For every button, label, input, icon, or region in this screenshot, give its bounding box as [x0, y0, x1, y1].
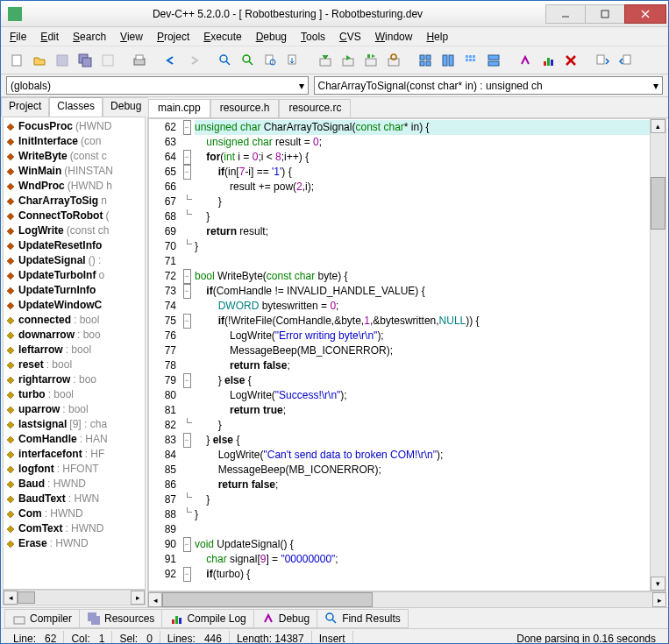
class-item[interactable]: leftarrow : bool [5, 343, 143, 357]
back-button[interactable] [615, 50, 636, 71]
code-content[interactable]: unsigned char CharArrayToSignal(const ch… [193, 119, 650, 591]
menu-debug[interactable]: Debug [251, 29, 292, 45]
scroll-down-button[interactable]: ▾ [651, 577, 665, 591]
editor-tab-resource-h[interactable]: resource.h [210, 99, 280, 117]
menu-edit[interactable]: Edit [35, 29, 64, 45]
editor-tab-resource-rc[interactable]: resource.rc [279, 99, 351, 117]
class-item[interactable]: UpdateResetInfo [5, 238, 143, 253]
new-file-button[interactable] [6, 50, 27, 71]
class-item[interactable]: CharArrayToSig n [5, 194, 143, 209]
class-item[interactable]: WndProc (HWND h [5, 179, 143, 194]
class-item[interactable]: FocusProc (HWND [5, 119, 143, 134]
class-item[interactable]: UpdateWindowC [5, 298, 143, 313]
menu-window[interactable]: Window [370, 29, 418, 45]
scroll-thumb[interactable] [18, 591, 35, 604]
close-button[interactable] [624, 4, 666, 24]
close-file-button[interactable] [97, 50, 118, 71]
replace-button[interactable] [238, 50, 259, 71]
bottom-tab-compile-log[interactable]: Compile Log [161, 609, 253, 628]
menu-view[interactable]: View [115, 29, 148, 45]
class-item[interactable]: logfont : HFONT [5, 462, 143, 477]
code-editor[interactable]: 6263646566676869707172737475767778798081… [148, 118, 666, 591]
class-item[interactable]: Baud : HWND [5, 477, 143, 492]
class-item[interactable]: ComText : HWND [5, 521, 143, 536]
toolbar-btn-2[interactable] [438, 50, 459, 71]
debug-button[interactable] [515, 50, 536, 71]
class-item[interactable]: reset : bool [5, 357, 143, 372]
save-all-button[interactable] [75, 50, 96, 71]
compile-button[interactable] [315, 50, 336, 71]
goto-fn-button[interactable] [592, 50, 613, 71]
scroll-right-button[interactable]: ▸ [131, 591, 145, 605]
toolbar-btn-3[interactable] [460, 50, 481, 71]
left-tab-classes[interactable]: Classes [49, 97, 103, 117]
menu-help[interactable]: Help [421, 29, 453, 45]
menu-tools[interactable]: Tools [295, 29, 331, 45]
undo-button[interactable] [160, 50, 181, 71]
class-item[interactable]: LogWrite (const ch [5, 223, 143, 238]
bottom-tab-find-results[interactable]: Find Results [317, 609, 409, 628]
goto-button[interactable] [283, 50, 304, 71]
scroll-thumb[interactable] [651, 177, 665, 230]
redo-button[interactable] [183, 50, 204, 71]
class-item[interactable]: uparrow : bool [5, 402, 143, 417]
left-tab-debug[interactable]: Debug [103, 97, 149, 117]
class-item[interactable]: WinMain (HINSTAN [5, 164, 143, 179]
menu-execute[interactable]: Execute [198, 29, 246, 45]
class-item[interactable]: turbo : bool [5, 387, 143, 402]
left-hscrollbar[interactable]: ◂ ▸ [3, 590, 146, 605]
compile-run-button[interactable] [360, 50, 381, 71]
class-item[interactable]: interfacefont : HF [5, 447, 143, 462]
scroll-left-button[interactable]: ◂ [148, 592, 162, 607]
bottom-tab-resources[interactable]: Resources [79, 609, 162, 628]
class-item[interactable]: downarrow : boo [5, 328, 143, 343]
scroll-thumb[interactable] [162, 592, 373, 607]
profile-button[interactable] [537, 50, 559, 71]
rebuild-button[interactable] [383, 50, 404, 71]
find-in-files-button[interactable] [260, 50, 281, 71]
class-item[interactable]: ConnectToRobot ( [5, 209, 143, 223]
save-button[interactable] [52, 50, 73, 71]
scroll-up-button[interactable]: ▴ [651, 119, 665, 133]
class-item[interactable]: rightarrow : boo [5, 372, 143, 387]
class-item[interactable]: BaudText : HWN [5, 492, 143, 506]
menu-project[interactable]: Project [152, 29, 195, 45]
editor-tab-main-cpp[interactable]: main.cpp [148, 99, 210, 117]
left-tab-project[interactable]: Project [1, 97, 49, 117]
bottom-tab-debug[interactable]: Debug [253, 609, 317, 628]
svg-rect-29 [426, 61, 431, 66]
class-item[interactable]: connected : bool [5, 313, 143, 328]
bottom-tab-compiler[interactable]: Compiler [4, 609, 80, 628]
scope-dropdown[interactable]: (globals)▾ [6, 76, 309, 95]
editor-hscrollbar[interactable]: ◂ ▸ [148, 591, 666, 607]
function-dropdown[interactable]: CharArrayToSignal(const char* in) : unsi… [314, 76, 663, 95]
scroll-right-button[interactable]: ▸ [652, 592, 666, 607]
menu-search[interactable]: Search [68, 29, 111, 45]
find-button[interactable] [215, 50, 236, 71]
class-item[interactable]: UpdateSignal () : [5, 253, 143, 268]
class-item[interactable]: lastsignal [9] : cha [5, 417, 143, 432]
menu-file[interactable]: File [4, 29, 32, 45]
class-item[interactable]: Com : HWND [5, 506, 143, 521]
print-button[interactable] [129, 50, 150, 71]
svg-rect-35 [466, 59, 468, 61]
open-button[interactable] [29, 50, 50, 71]
minimize-button[interactable] [545, 4, 586, 24]
run-button[interactable] [338, 50, 359, 71]
class-browser[interactable]: FocusProc (HWNDInitInterface (conWriteBy… [3, 117, 146, 590]
maximize-button[interactable] [585, 4, 625, 24]
class-item[interactable]: UpdateTurnInfo [5, 283, 143, 298]
svg-marker-59 [7, 302, 14, 309]
scroll-left-button[interactable]: ◂ [4, 591, 18, 605]
class-item[interactable]: InitInterface (con [5, 134, 143, 149]
editor-vscrollbar[interactable]: ▴ ▾ [650, 119, 665, 591]
class-item[interactable]: Erase : HWND [5, 536, 143, 551]
fold-column[interactable]: −−−−−−−−−− [181, 119, 193, 591]
class-item[interactable]: ComHandle : HAN [5, 432, 143, 447]
class-item[interactable]: WriteByte (const c [5, 149, 143, 164]
toolbar-btn-4[interactable] [483, 50, 504, 71]
toolbar-btn-1[interactable] [415, 50, 436, 71]
menu-cvs[interactable]: CVS [334, 29, 367, 45]
class-item[interactable]: UpdateTurboInf o [5, 268, 143, 283]
delete-button[interactable] [560, 50, 581, 71]
